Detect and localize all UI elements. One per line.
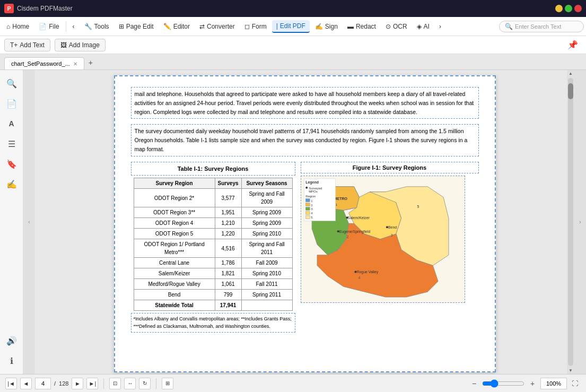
window-controls — [555, 5, 582, 12]
add-tab-button[interactable]: + — [84, 56, 97, 69]
svg-rect-28 — [305, 203, 310, 206]
rotate-button[interactable]: ↻ — [139, 378, 151, 389]
scroll-track[interactable] — [568, 78, 573, 366]
app-name: Cisdem PDFMaster — [17, 5, 555, 12]
fit-page-button[interactable]: ⊡ — [109, 378, 121, 389]
col-header-seasons: Survey Seasons — [241, 178, 292, 189]
search-box[interactable]: 🔍 Enter Search Text — [499, 21, 584, 32]
maximize-button[interactable] — [565, 5, 572, 12]
svg-text:MPOs: MPOs — [309, 190, 318, 193]
sidebar-sign-button[interactable]: ✍ — [3, 175, 21, 193]
svg-point-14 — [386, 226, 388, 228]
tools-button[interactable]: 🔧 Tools — [80, 21, 113, 32]
file-icon: 📄 — [39, 23, 47, 30]
ai-button[interactable]: ◈ AI — [413, 21, 434, 32]
ocr-button[interactable]: ⊙ OCR — [381, 21, 412, 32]
svg-text:Region: Region — [305, 195, 316, 198]
page-edit-button[interactable]: ⊞ Page Edit — [115, 21, 158, 32]
prev-page-button[interactable]: ◄ — [20, 378, 32, 389]
table-row: ODOT Region 51,220Spring 2010 — [134, 229, 292, 239]
paragraph-2: The survey documented daily weekday hous… — [131, 124, 479, 156]
right-panel-collapse[interactable]: › — [574, 70, 586, 374]
sidebar-bookmark-button[interactable]: 🔖 — [3, 155, 21, 173]
zoom-slider[interactable] — [482, 379, 524, 388]
svg-rect-30 — [305, 207, 310, 211]
sidebar-text-button[interactable]: A — [3, 115, 21, 133]
file-button[interactable]: 📄 File — [34, 21, 63, 32]
sidebar-audio-button[interactable]: 🔊 — [3, 332, 21, 350]
bottom-separator-2 — [156, 378, 156, 389]
tools-icon: 🔧 — [84, 23, 92, 30]
extract-button[interactable]: ⊞ — [162, 378, 173, 389]
svg-text:Eugene/Springfield: Eugene/Springfield — [339, 230, 370, 234]
pin-button[interactable]: 📌 — [564, 36, 582, 54]
oregon-map-svg: METRO 1 Salem/Keizer Eugene/Springfield … — [301, 176, 465, 302]
scroll-thumb[interactable] — [568, 83, 573, 99]
sidebar-outline-button[interactable]: ☰ — [3, 135, 21, 153]
figure-section: Figure I-1: Survey Regions — [301, 162, 479, 333]
table-row: Bend799Spring 2011 — [134, 290, 292, 300]
map-figure: METRO 1 Salem/Keizer Eugene/Springfield … — [301, 176, 465, 303]
sidebar-search-button[interactable]: 🔍 — [3, 74, 21, 92]
editor-icon: ✏️ — [163, 23, 171, 30]
form-icon: ◻ — [244, 23, 250, 30]
last-page-button[interactable]: ►| — [86, 378, 98, 389]
home-button[interactable]: ⌂ Home — [2, 21, 33, 32]
pdf-area: mail and telephone. Households that agre… — [35, 70, 574, 374]
svg-text:5: 5 — [417, 205, 419, 208]
zoom-out-button[interactable]: − — [468, 378, 480, 389]
converter-button[interactable]: ⇄ Converter — [195, 21, 239, 32]
svg-text:2: 2 — [311, 204, 312, 207]
fit-width-button[interactable]: ↔ — [124, 378, 136, 389]
svg-rect-26 — [305, 199, 310, 202]
next-page-button[interactable]: ► — [72, 378, 83, 389]
sidebar-page-button[interactable]: 📄 — [3, 94, 21, 112]
sidebar-collapse-button[interactable]: ‹ — [23, 70, 35, 374]
more-button[interactable]: › — [435, 21, 445, 32]
figure-title: Figure I-1: Survey Regions — [301, 162, 479, 174]
page-edit-icon: ⊞ — [119, 23, 124, 30]
page-content: mail and telephone. Households that agre… — [114, 75, 496, 372]
pdf-page: mail and telephone. Households that agre… — [35, 70, 574, 374]
redact-button[interactable]: ▬ Redact — [343, 21, 380, 32]
tab-1-close[interactable]: ✕ — [73, 61, 77, 67]
add-image-button[interactable]: 🖼 Add Image — [55, 39, 106, 51]
add-text-icon: T+ — [10, 41, 18, 49]
right-scrollbar[interactable]: ▲ ▼ — [567, 70, 574, 374]
current-page-input[interactable] — [35, 378, 51, 389]
first-page-button[interactable]: |◄ — [5, 378, 17, 389]
scroll-up-arrow[interactable]: ▲ — [567, 70, 574, 77]
table-row: ODOT Region 41,210Spring 2009 — [134, 218, 292, 229]
table-row: Central Lane1,786Fall 2009 — [134, 258, 292, 268]
zoom-in-button[interactable]: + — [527, 378, 538, 389]
tab-1[interactable]: chart_SetPassword_... ✕ — [4, 57, 84, 69]
tab-1-label: chart_SetPassword_... — [11, 60, 70, 67]
back-icon: ‹ — [73, 23, 75, 30]
table-row: Salem/Keizer1,821Spring 2010 — [134, 268, 292, 279]
redact-icon: ▬ — [347, 23, 354, 30]
sidebar-info-button[interactable]: ℹ — [3, 352, 21, 370]
col-header-surveys: Surveys — [215, 178, 241, 189]
add-text-button[interactable]: T+ Add Text — [4, 39, 50, 51]
svg-point-9 — [346, 216, 348, 219]
table-row: Statewide Total17,941 — [134, 300, 292, 311]
zoom-level-input[interactable] — [540, 378, 567, 389]
close-button[interactable] — [574, 5, 582, 12]
svg-text:METRO: METRO — [334, 197, 347, 201]
bottom-separator-1 — [103, 378, 104, 389]
editor-button[interactable]: ✏️ Editor — [159, 21, 194, 32]
scroll-down-arrow[interactable]: ▼ — [567, 367, 574, 374]
secondary-toolbar: T+ Add Text 🖼 Add Image 📌 — [0, 36, 586, 54]
edit-pdf-button[interactable]: | Edit PDF — [272, 20, 310, 33]
minimize-button[interactable] — [555, 5, 563, 12]
svg-text:3: 3 — [390, 233, 392, 237]
back-button[interactable]: ‹ — [68, 21, 79, 32]
sign-button[interactable]: ✍ Sign — [311, 21, 342, 32]
col-header-region: Survey Region — [134, 178, 215, 189]
ai-icon: ◈ — [417, 23, 422, 30]
bottom-bar: |◄ ◄ / 128 ► ►| ⊡ ↔ ↻ ⊞ − + ⛶ — [0, 374, 586, 392]
fullscreen-button[interactable]: ⛶ — [569, 378, 581, 389]
sign-icon: ✍ — [315, 23, 323, 30]
form-button[interactable]: ◻ Form — [240, 21, 271, 32]
add-image-icon: 🖼 — [60, 41, 67, 49]
